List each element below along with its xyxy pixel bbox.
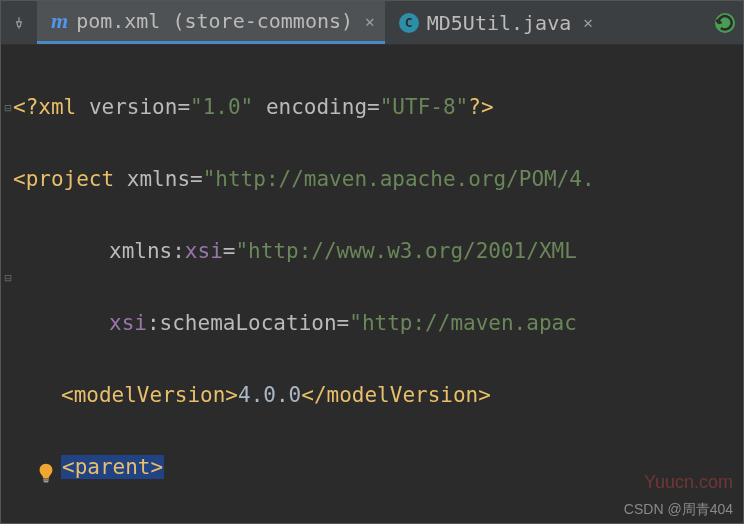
intention-bulb[interactable]	[35, 462, 57, 489]
maven-icon: m	[51, 8, 68, 34]
tab-pom-xml[interactable]: m pom.xml (store-commons) ✕	[37, 1, 385, 44]
matched-tag-open: <parent>	[61, 455, 164, 479]
svg-rect-0	[43, 479, 49, 480]
tab-label: pom.xml (store-commons)	[76, 9, 353, 33]
code-line: <project xmlns="http://maven.apache.org/…	[13, 161, 743, 197]
code-editor[interactable]: <?xml version="1.0" encoding="UTF-8"?> <…	[1, 45, 743, 524]
java-class-icon: C	[399, 13, 419, 33]
tab-md5util[interactable]: C MD5Util.java ✕	[385, 1, 603, 44]
close-icon[interactable]: ✕	[361, 12, 375, 31]
fold-marker[interactable]: ⊟	[3, 101, 13, 115]
code-line: xmlns:xsi="http://www.w3.org/2001/XML	[13, 233, 743, 269]
reload-icon	[715, 13, 735, 33]
code-line: <parent>	[13, 449, 743, 485]
close-icon[interactable]: ✕	[579, 13, 593, 32]
code-line: <modelVersion>4.0.0</modelVersion>	[13, 377, 743, 413]
code-line: <?xml version="1.0" encoding="UTF-8"?>	[13, 89, 743, 125]
reload-button[interactable]	[707, 1, 743, 44]
footer-credit: CSDN @周青404	[624, 501, 733, 519]
fold-marker[interactable]: ⊟	[3, 271, 13, 285]
watermark: Yuucn.com	[644, 472, 733, 493]
tab-bar: m pom.xml (store-commons) ✕ C MD5Util.ja…	[1, 1, 743, 45]
code-line: xsi:schemaLocation="http://maven.apac	[13, 305, 743, 341]
tab-label: MD5Util.java	[427, 11, 572, 35]
lightbulb-icon	[35, 462, 57, 484]
tab-pin-slot[interactable]	[1, 1, 37, 44]
svg-rect-1	[44, 481, 49, 482]
pin-icon	[12, 16, 26, 30]
